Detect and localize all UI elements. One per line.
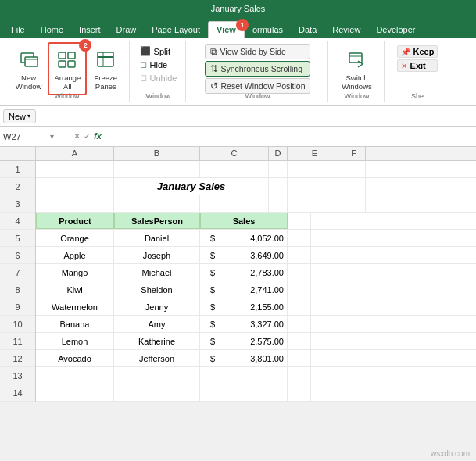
cell-c14[interactable] — [114, 384, 200, 401]
cell-sales-5[interactable]: 4,052.00 — [217, 230, 288, 246]
cell-product-5[interactable]: Orange — [36, 230, 114, 246]
cell-dollar-7[interactable]: $ — [200, 264, 217, 281]
cell-product-8[interactable]: Kiwi — [36, 281, 114, 298]
cell-product-6[interactable]: Apple — [36, 247, 114, 263]
cell-dollar-8[interactable]: $ — [200, 281, 217, 298]
cell-g5[interactable] — [288, 230, 311, 246]
hide-button[interactable]: ◻ Hide — [138, 59, 180, 70]
tab-developer[interactable]: Developer — [368, 22, 423, 38]
cell-g7[interactable] — [288, 264, 311, 281]
tab-view[interactable]: View 1 — [208, 21, 245, 38]
cell-g12[interactable] — [288, 350, 311, 366]
toolbar-row: New ▾ — [0, 106, 476, 127]
cell-b2[interactable] — [36, 178, 114, 195]
cell-g11[interactable] — [288, 333, 311, 349]
cell-b3[interactable] — [36, 195, 114, 212]
cell-d1[interactable] — [200, 161, 269, 177]
cell-e3[interactable] — [269, 195, 288, 212]
cell-dollar-12[interactable]: $ — [200, 350, 217, 366]
header-sales[interactable]: Sales — [200, 213, 288, 229]
cell-d13[interactable] — [200, 367, 288, 384]
tab-home[interactable]: Home — [33, 22, 71, 38]
cell-sp-7[interactable]: Michael — [114, 264, 200, 281]
cell-sp-12[interactable]: Jefferson — [114, 350, 200, 366]
cell-e2[interactable] — [269, 178, 288, 195]
cell-b1[interactable] — [36, 161, 114, 177]
cell-sp-11[interactable]: Katherine — [114, 333, 200, 349]
confirm-formula-icon[interactable]: ✓ — [84, 131, 91, 141]
cell-g6[interactable] — [288, 247, 311, 263]
cell-b13[interactable] — [36, 367, 114, 384]
cell-f3[interactable] — [288, 195, 342, 212]
cell-g2[interactable] — [342, 178, 366, 195]
cell-sp-10[interactable]: Amy — [114, 316, 200, 332]
cell-sales-11[interactable]: 2,575.00 — [217, 333, 288, 349]
new-dropdown-button[interactable]: New ▾ — [3, 109, 36, 123]
cell-dollar-9[interactable]: $ — [200, 298, 217, 315]
cell-sales-7[interactable]: 2,783.00 — [217, 264, 288, 281]
tab-insert[interactable]: Insert — [71, 22, 109, 38]
cell-e1[interactable] — [269, 161, 288, 177]
cell-c1[interactable] — [114, 161, 200, 177]
cell-c13[interactable] — [114, 367, 200, 384]
cell-dollar-6[interactable]: $ — [200, 247, 217, 263]
reset-window-position-button[interactable]: ↺ Reset Window Position — [205, 78, 311, 94]
cell-g8[interactable] — [288, 281, 311, 298]
cell-d3[interactable] — [200, 195, 269, 212]
cancel-formula-icon[interactable]: ✕ — [73, 131, 81, 141]
cell-product-12[interactable]: Avocado — [36, 350, 114, 366]
cell-dollar-10[interactable]: $ — [200, 316, 217, 332]
cell-dollar-11[interactable]: $ — [200, 333, 217, 349]
cell-sales-10[interactable]: 3,327.00 — [217, 316, 288, 332]
row-num-9: 9 — [0, 298, 35, 316]
cell-g14[interactable] — [288, 384, 311, 401]
new-window-button[interactable]: New Window — [11, 44, 47, 94]
header-product[interactable]: Product — [36, 213, 114, 229]
tab-draw[interactable]: Draw — [109, 22, 145, 38]
cell-g3[interactable] — [342, 195, 366, 212]
freeze-panes-button[interactable]: Freeze Panes — [88, 44, 123, 94]
cell-sales-12[interactable]: 3,801.00 — [217, 350, 288, 366]
cell-c3[interactable] — [114, 195, 200, 212]
exit-button[interactable]: ✕ Exit — [397, 59, 438, 72]
header-salesperson[interactable]: SalesPerson — [114, 213, 200, 229]
cell-b14[interactable] — [36, 384, 114, 401]
name-box-input[interactable] — [3, 132, 50, 141]
cell-sales-6[interactable]: 3,649.00 — [217, 247, 288, 263]
name-box-dropdown[interactable]: ▾ — [50, 132, 54, 141]
cell-sales-8[interactable]: 2,741.00 — [217, 281, 288, 298]
cell-d14[interactable] — [200, 384, 288, 401]
cell-sp-9[interactable]: Jenny — [114, 298, 200, 315]
cell-f2[interactable] — [288, 178, 342, 195]
cell-product-10[interactable]: Banana — [36, 316, 114, 332]
cell-g13[interactable] — [288, 367, 311, 384]
cell-g1[interactable] — [342, 161, 366, 177]
cell-product-9[interactable]: Watermelon — [36, 298, 114, 315]
title-cell[interactable]: January Sales — [114, 178, 269, 195]
switch-windows-button[interactable]: Switch Windows — [337, 44, 377, 94]
cell-product-7[interactable]: Mango — [36, 264, 114, 281]
tab-page-layout[interactable]: Page Layout — [144, 22, 208, 38]
unhide-button[interactable]: ◻ Unhide — [138, 72, 180, 84]
cell-sp-5[interactable]: Daniel — [114, 230, 200, 246]
tab-formulas[interactable]: ormulas — [245, 22, 291, 38]
cell-product-11[interactable]: Lemon — [36, 333, 114, 349]
cell-f1[interactable] — [288, 161, 342, 177]
svg-rect-4 — [68, 52, 75, 59]
cell-sp-6[interactable]: Joseph — [114, 247, 200, 263]
cell-dollar-5[interactable]: $ — [200, 230, 217, 246]
synchronous-scrolling-button[interactable]: ⇅ Synchronous Scrolling — [205, 61, 311, 77]
keep-button[interactable]: 📌 Keep — [397, 45, 438, 58]
tab-file[interactable]: File — [3, 22, 33, 38]
cell-sp-8[interactable]: Sheldon — [114, 281, 200, 298]
tab-review[interactable]: Review — [324, 22, 368, 38]
split-button[interactable]: ⬛ Split — [138, 45, 180, 57]
tab-data[interactable]: Data — [291, 22, 324, 38]
arrange-all-button[interactable]: 2 Arrange All — [49, 44, 85, 94]
cell-g10[interactable] — [288, 316, 311, 332]
formula-input[interactable] — [105, 132, 476, 141]
cell-g4[interactable] — [288, 213, 311, 229]
cell-g9[interactable] — [288, 298, 311, 315]
view-side-by-side-button[interactable]: ⧉ View Side by Side — [205, 44, 311, 59]
cell-sales-9[interactable]: 2,155.00 — [217, 298, 288, 315]
